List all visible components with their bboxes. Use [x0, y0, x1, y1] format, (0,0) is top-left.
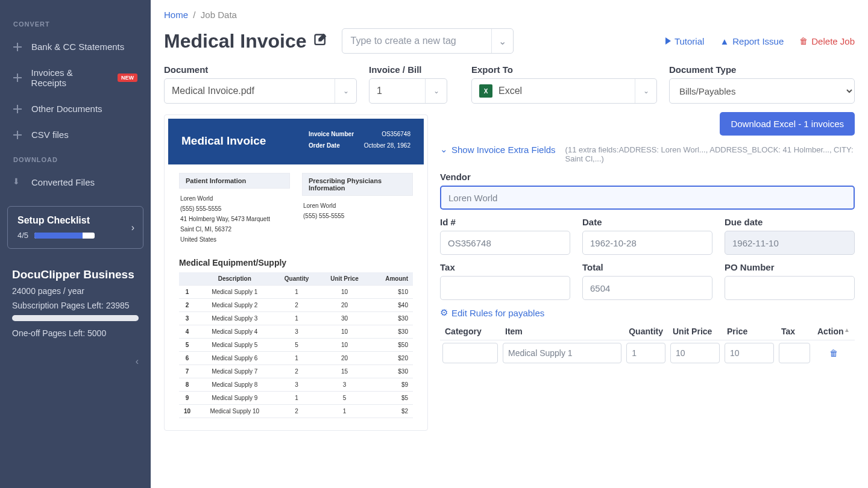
line-item-input[interactable]: [503, 343, 621, 363]
plus-icon: [13, 105, 22, 113]
po-label: PO Number: [725, 262, 855, 272]
page-title-text: Medical Invoice: [164, 30, 307, 52]
supply-row: 5Medical Supply 5510$50: [179, 339, 413, 352]
tag-select[interactable]: Type to create a new tag ⌄: [342, 28, 514, 54]
delete-label: Delete Job: [811, 36, 855, 46]
line-price-input[interactable]: [725, 343, 774, 363]
sidebar-section-download: DOWNLOAD: [0, 148, 151, 169]
document-select[interactable]: Medical Invoice.pdf ⌄: [164, 78, 357, 104]
total-label: Total: [582, 262, 712, 272]
page-title: Medical Invoice: [164, 30, 330, 52]
sidebar: CONVERT Bank & CC Statements Invoices & …: [0, 0, 151, 488]
line-qty-input[interactable]: [626, 343, 665, 363]
th-quantity: Quantity: [624, 323, 668, 340]
preview-invnum-label: Invoice Number: [309, 131, 354, 137]
play-icon: [665, 37, 671, 45]
sidebar-item-label: Bank & CC Statements: [31, 42, 124, 52]
line-items-table: Category Item Quantity Unit Price Price …: [440, 323, 855, 366]
document-preview: Medical Invoice Invoice Number OS356748 …: [164, 114, 428, 431]
preview-orderdate: October 28, 1962: [364, 142, 410, 149]
chevron-right-icon: ›: [131, 222, 134, 233]
due-label: Due date: [725, 217, 855, 227]
edit-rules-link[interactable]: ⚙ Edit Rules for payables: [440, 307, 855, 318]
setup-checklist[interactable]: Setup Checklist 4/5 ›: [7, 206, 143, 249]
line-category-input[interactable]: [442, 343, 498, 363]
tutorial-link[interactable]: Tutorial: [665, 36, 704, 46]
patient-addr1: 41 Holmberg Way, 5473 Marquett: [180, 214, 289, 224]
physician-info-header: Prescribing Physicians Information: [302, 173, 413, 196]
chevron-down-icon: ⌄: [425, 79, 447, 103]
supply-row: 1Medical Supply 1110$10: [179, 286, 413, 299]
report-issue-link[interactable]: ▲ Report Issue: [720, 36, 784, 46]
line-tax-input[interactable]: [779, 343, 810, 363]
plan-oneoff-left: One-off Pages Left: 5000: [12, 328, 139, 338]
breadcrumbs: Home / Job Data: [164, 10, 855, 20]
th-qty: Quantity: [274, 272, 319, 286]
th-category: Category: [440, 323, 500, 340]
export-to-select[interactable]: X Excel ⌄: [471, 78, 657, 104]
physician-name: Loren World: [303, 201, 412, 211]
po-input[interactable]: [725, 276, 855, 300]
tutorial-label: Tutorial: [675, 36, 704, 46]
invoice-bill-label: Invoice / Bill: [369, 64, 447, 75]
plan-sub-left: Subscription Pages Left: 23985: [12, 301, 139, 310]
preview-title: Medical Invoice: [181, 134, 266, 154]
total-input[interactable]: [582, 276, 712, 300]
export-to-label: Export To: [471, 64, 657, 75]
sidebar-item-converted[interactable]: Converted Files: [0, 169, 151, 195]
th-price: Price: [722, 323, 776, 340]
th-item: Item: [500, 323, 624, 340]
date-input[interactable]: [582, 231, 712, 255]
edit-icon[interactable]: [313, 33, 330, 49]
supply-row: 6Medical Supply 6120$20: [179, 352, 413, 365]
extra-fields-hint: (11 extra fields:ADDRESS: Loren Worl...,…: [565, 145, 855, 163]
line-unit-input[interactable]: [670, 343, 720, 363]
supply-row: 9Medical Supply 915$5: [179, 392, 413, 405]
id-input[interactable]: [440, 231, 570, 255]
breadcrumb-current: Job Data: [201, 10, 237, 20]
sidebar-item-label: Invoices & Receipts: [31, 67, 108, 88]
patient-phone: (555) 555-5555: [180, 204, 289, 214]
delete-line-button[interactable]: 🗑: [813, 340, 855, 366]
patient-name: Loren World: [180, 193, 289, 204]
quota-bar: [12, 315, 139, 321]
invoice-bill-value: 1: [370, 86, 425, 96]
plan-name: DocuClipper Business: [12, 268, 139, 281]
tax-label: Tax: [440, 262, 570, 272]
report-label: Report Issue: [732, 36, 784, 46]
th-unit: Unit Price: [319, 272, 370, 286]
invoice-bill-select[interactable]: 1 ⌄: [369, 78, 447, 104]
sidebar-item-bank[interactable]: Bank & CC Statements: [0, 34, 151, 60]
sidebar-item-label: CSV files: [31, 130, 69, 140]
download-excel-button[interactable]: Download Excel - 1 invoices: [720, 112, 855, 136]
show-extra-fields-toggle[interactable]: ⌄ Show Invoice Extra Fields: [440, 144, 556, 155]
supply-row: 8Medical Supply 833$9: [179, 378, 413, 392]
breadcrumb-home[interactable]: Home: [164, 10, 188, 20]
trash-icon: 🗑: [799, 36, 808, 46]
sidebar-item-csv[interactable]: CSV files: [0, 122, 151, 148]
supply-row: 4Medical Supply 4310$30: [179, 325, 413, 339]
delete-job-link[interactable]: 🗑 Delete Job: [799, 36, 855, 46]
due-date-input[interactable]: [725, 231, 855, 255]
sidebar-item-invoices[interactable]: Invoices & Receipts NEW: [0, 60, 151, 96]
checklist-title: Setup Checklist: [17, 215, 133, 226]
chevron-down-icon: ⌄: [440, 144, 448, 155]
edit-rules-label: Edit Rules for payables: [451, 308, 544, 318]
patient-info-header: Patient Information: [179, 173, 290, 189]
th-action[interactable]: Action▲: [813, 323, 855, 340]
physician-phone: (555) 555-5555: [303, 211, 412, 221]
chevron-down-icon: ⌄: [635, 79, 656, 103]
document-type-select[interactable]: Bills/Payables: [669, 78, 855, 104]
new-badge: NEW: [118, 74, 137, 82]
vendor-input[interactable]: [440, 186, 855, 210]
supply-table: Description Quantity Unit Price Amount 1…: [179, 272, 413, 418]
sidebar-item-label: Converted Files: [31, 177, 95, 187]
th-unit-price: Unit Price: [668, 323, 722, 340]
sidebar-collapse[interactable]: ‹: [0, 351, 151, 375]
supply-row: 10Medical Supply 1021$2: [179, 405, 413, 418]
tax-input[interactable]: [440, 276, 570, 300]
sidebar-item-other[interactable]: Other Documents: [0, 96, 151, 122]
th-amount: Amount: [370, 272, 413, 286]
th-tax: Tax: [776, 323, 813, 340]
preview-invnum: OS356748: [382, 131, 410, 137]
